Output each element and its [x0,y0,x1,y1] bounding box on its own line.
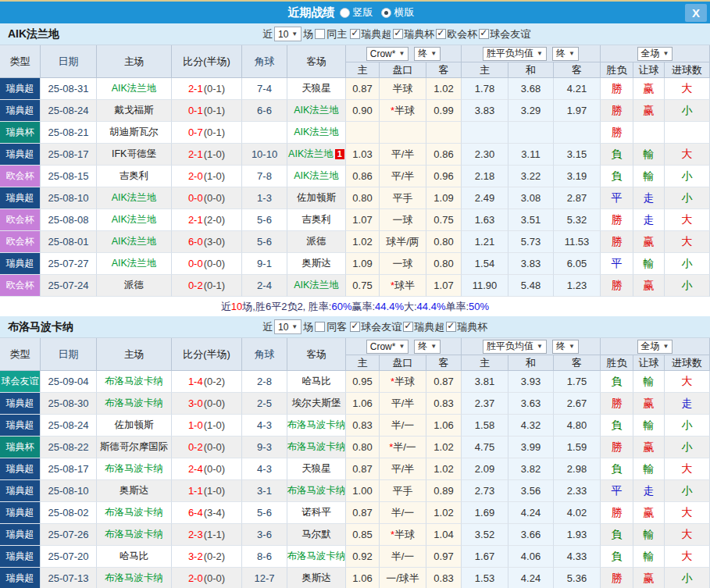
match-score: 2-1(2-0) [172,209,242,231]
handicap-line: 平手 [380,187,426,209]
league-badge: 瑞典超 [0,458,40,479]
league-filter-checkbox[interactable] [403,322,413,332]
avg-home-odds: 3.52 [462,524,508,546]
avg-home-odds: 1.69 [462,502,508,524]
handicap-away-odds: 0.83 [426,393,462,415]
halftime-score: (0-0) [204,258,225,269]
league-badge: 欧会杯 [0,231,40,252]
corner-count: 2-8 [242,371,287,393]
radio-horizontal-layout[interactable]: 横版 [381,5,415,20]
match-score: 0-2(0-1) [172,275,242,297]
close-button[interactable]: X [685,4,707,22]
league-badge: 瑞典杯 [0,122,40,143]
handicap-away-odds: 0.96 [426,166,462,187]
league-filter-label: 球会友谊 [490,27,530,41]
col-odds-away: 客 [426,62,462,77]
odds-time-select[interactable]: 终 ▼ [414,47,441,61]
match-count-select[interactable]: 10 ▼ [274,27,301,41]
col-score: 比分(半场) [172,338,242,371]
near-label: 近 [262,27,273,41]
odds-time-select[interactable]: 终 ▼ [414,340,441,354]
corner-count: 2-4 [242,275,287,297]
corner-count: 4-3 [242,458,287,480]
handicap-home-odds: 1.06 [346,393,380,415]
match-count-select[interactable]: 10 ▼ [274,319,301,334]
corner-count: 12-7 [242,568,287,588]
avg-time-select[interactable]: 终 ▼ [552,47,579,61]
scope-select[interactable]: 全场 ▼ [637,340,673,354]
fulltime-score: 0-2 [188,280,203,291]
result-handicap: 輸 [633,253,665,275]
avg-away-odds: 1.59 [554,437,601,458]
scope-select[interactable]: 全场 ▼ [637,47,673,61]
league-filter-checkbox[interactable] [436,29,446,39]
match-score: 1-4(0-2) [172,371,242,393]
home-team: 布洛马波卡纳 [97,393,172,415]
match-date: 25-08-24 [41,415,97,437]
handicap-home-odds: 0.90 [346,100,380,122]
results-table-body: 瑞典超 25-08-31 AIK法兰地 2-1(0-1) 7-4 天狼星 0.8… [0,78,710,297]
corner-count: 4-3 [242,415,287,437]
avg-odds-select[interactable]: 胜平负均值 ▼ [483,47,547,61]
handicap-home-odds: 0.86 [346,166,380,187]
away-team: AIK法兰地 [294,169,339,183]
bookmaker-select[interactable]: Crow* ▼ [366,340,409,354]
handicap-line: 平/半 [380,144,426,166]
avg-draw-odds: 3.99 [508,437,554,458]
avg-away-odds: 1.93 [554,524,601,546]
avg-draw-odds [508,122,554,144]
home-team: 派德 [97,275,172,297]
avg-away-odds: 6.05 [554,253,601,275]
bookmaker-select[interactable]: Crow* ▼ [366,47,409,61]
summary-segment: 44.4% [375,301,404,312]
avg-draw-odds: 3.11 [508,144,554,166]
radio-circle-icon[interactable] [340,8,350,18]
halftime-score: (0-0) [204,463,225,475]
avg-draw-odds: 3.63 [508,393,554,415]
filter-controls: 近 10 ▼ 场 同主 瑞典超瑞典杯欧会杯球会友谊 [262,27,531,41]
halftime-score: (0-0) [204,397,225,409]
radio-circle-icon[interactable] [381,8,391,18]
result-outcome: 勝 [601,231,633,253]
table-row: 瑞典超 25-08-24 戴戈福斯 0-1(0-1) 6-6 AIK法兰地 0.… [0,100,710,122]
handicap-away-odds: 1.09 [426,187,462,209]
table-row: 瑞典超 25-07-27 AIK法兰地 0-0(0-0) 9-1 奥斯达 1.0… [0,253,710,275]
col-odds-home: 主 [346,62,380,77]
avg-time-select[interactable]: 终 ▼ [552,340,579,354]
match-score: 0-1(0-1) [172,100,242,122]
result-handicap: 走 [633,187,665,209]
home-team: IFK哥德堡 [97,144,172,166]
match-date: 25-08-30 [41,393,97,415]
result-outcome: 負 [601,546,633,568]
match-date: 25-08-08 [41,209,97,231]
table-row: 欧会杯 25-08-01 AIK法兰地 6-0(3-0) 5-6 派德 1.02… [0,231,710,253]
radio-vertical-layout[interactable]: 竖版 [340,5,373,20]
handicap-away-odds: 1.02 [426,502,462,524]
page-title: 近期战绩 [288,5,335,20]
handicap-line: *半球 [380,100,426,122]
league-badge: 瑞典超 [0,415,40,436]
result-goals: 大 [665,209,710,231]
halftime-score: (1-0) [204,485,225,497]
avg-draw-odds: 3.56 [508,480,554,502]
away-team: 布洛马波卡纳 [287,440,346,454]
col-corner: 角球 [242,338,287,371]
away-team: 诺科平 [301,506,331,519]
handicap-line: 一/球半 [380,568,426,588]
league-badge: 瑞典超 [0,393,40,414]
league-filter-checkbox[interactable] [393,29,403,39]
handicap-home-odds: 1.03 [346,144,380,166]
home-team: 胡迪斯瓦尔 [97,122,172,144]
same-away-checkbox[interactable] [315,322,325,332]
league-filter-checkbox[interactable] [350,322,360,332]
handicap-away-odds: 1.06 [426,415,462,437]
league-filter-checkbox[interactable] [446,322,456,332]
away-team: 哈马比 [301,375,331,388]
league-filter-checkbox[interactable] [350,29,360,39]
avg-odds-select[interactable]: 胜平负均值 ▼ [483,340,547,354]
match-score: 1-0(1-0) [172,415,242,437]
odds-time-value: 终 [418,47,427,60]
same-home-checkbox[interactable] [315,29,325,39]
league-filter-checkbox[interactable] [479,29,489,39]
handicap-away-odds: 1.04 [426,524,462,546]
